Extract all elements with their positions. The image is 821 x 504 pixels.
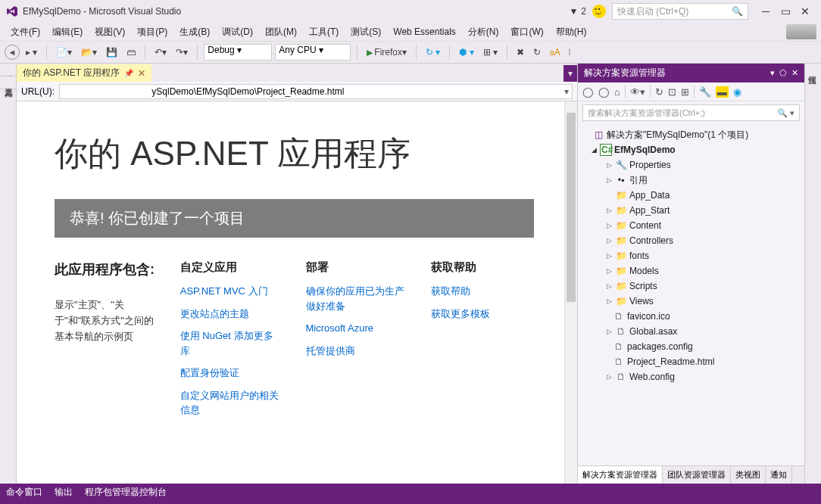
menu-bar: 文件(F) 编辑(E) 视图(V) 项目(P) 生成(B) 调试(D) 团队(M… [0,23,821,41]
tree-models[interactable]: ▷📁Models [579,263,803,278]
toolbox-tab[interactable]: 工具箱 [0,76,16,89]
tab-class-view[interactable]: 类视图 [731,466,766,484]
menu-analyze[interactable]: 分析(N) [462,26,505,39]
save-button[interactable]: 💾 [103,45,120,59]
col2-link[interactable]: 确保你的应用已为生产做好准备 [306,284,409,313]
col1-link[interactable]: 自定义网站用户的相关信息 [180,388,283,418]
show-all-button[interactable]: ⊞ [681,86,689,98]
tree-project[interactable]: ◢C#EfMySqlDemo [579,142,803,157]
menu-webessentials[interactable]: Web Essentials [387,26,461,37]
extensions-button[interactable]: ⊞ ▾ [480,45,501,59]
menu-test[interactable]: 测试(S) [345,26,387,39]
server-explorer-tab[interactable]: 服务器资源管理器 [0,64,16,76]
col2-link[interactable]: Microsoft Azure [306,321,409,336]
window-title: EfMySqlDemo - Microsoft Visual Studio [23,6,181,17]
nav-forward-button[interactable]: ▸ ▾ [23,45,40,59]
col3-link[interactable]: 获取帮助 [431,284,534,299]
properties-button[interactable]: 🔧 [699,86,711,98]
cancel-build-button[interactable]: ✖ [514,45,527,59]
tree-packages[interactable]: 🗋packages.config [579,339,803,354]
view-button[interactable]: ◉ [733,86,741,98]
sync-button[interactable]: 👁▾ [630,86,645,98]
tab-close-button[interactable]: ✕ [138,68,145,79]
col1-link[interactable]: ASP.NET MVC 入门 [180,284,283,299]
col2-link[interactable]: 托管提供商 [306,344,409,359]
redo-button[interactable]: ↷▾ [173,45,191,59]
tree-controllers[interactable]: ▷📁Controllers [579,233,803,248]
browser-link-refresh-button[interactable]: ↻ ▾ [423,45,443,59]
tab-team-explorer[interactable]: 团队资源管理器 [663,466,731,484]
tree-appdata[interactable]: 📁App_Data [579,188,803,203]
notification-flag-icon[interactable]: ▼ [569,6,578,17]
panel-dropdown-button[interactable]: ▾ [770,68,775,78]
tree-properties[interactable]: ▷🔧Properties [579,157,803,173]
col1-link[interactable]: 更改站点的主题 [180,306,283,322]
tree-favicon[interactable]: 🗋favicon.ico [579,309,803,324]
panel-pin-button[interactable]: ⬠ [779,68,787,78]
start-debug-button[interactable]: ▶Firefox ▾ [364,45,410,59]
menu-edit[interactable]: 编辑(E) [46,26,89,39]
user-avatar[interactable] [786,24,816,39]
menu-window[interactable]: 窗口(W) [504,26,549,39]
document-tab-readme[interactable]: 你的 ASP.NET 应用程序 📌 ✕ [17,64,151,82]
menu-debug[interactable]: 调试(D) [216,26,259,39]
congrats-banner: 恭喜! 你已创建了一个项目 [55,199,534,238]
tab-package-manager[interactable]: 程序包管理器控制台 [85,486,167,499]
url-input[interactable]: C:\xxxxxxxxxxxxxxxxxySqlDemo\EfMySqlDemo… [59,84,573,99]
tree-webconfig[interactable]: ▷🗋Web.config [579,369,803,384]
undo-button[interactable]: ↶▾ [151,45,170,59]
refresh-tree-button[interactable]: ↻ [655,86,663,98]
tree-content[interactable]: ▷📁Content [579,218,803,233]
col3-link[interactable]: 获取更多模板 [431,306,534,322]
browser-link-dashboard-button[interactable]: ⬢ ▾ [456,45,476,59]
new-project-button[interactable]: 📄▾ [53,45,75,59]
tree-appstart[interactable]: ▷📁App_Start [579,203,803,218]
solution-search-input[interactable]: 搜索解决方案资源管理器(Ctrl+;) 🔍 ▾ [582,104,800,121]
platform-dropdown[interactable]: Any CPU ▾ [275,44,351,61]
minimize-button[interactable]: ─ [756,5,776,17]
menu-team[interactable]: 团队(M) [259,26,303,39]
notification-count[interactable]: 2 [581,6,586,17]
close-button[interactable]: ✕ [795,5,815,17]
col1-link[interactable]: 使用 NuGet 添加更多库 [180,328,283,358]
properties-tab[interactable]: 属性 [805,64,819,76]
feedback-smiley-icon[interactable] [592,5,606,18]
col1-link[interactable]: 配置身份验证 [180,366,283,381]
search-icon: 🔍 ▾ [777,108,794,118]
text-size-button[interactable]: aA [547,45,563,59]
menu-project[interactable]: 项目(P) [131,26,173,39]
tab-command-window[interactable]: 命令窗口 [6,486,42,499]
open-file-button[interactable]: 📂▾ [78,45,100,59]
tree-references[interactable]: ▷•▪引用 [579,173,803,188]
tree-fonts[interactable]: ▷📁fonts [579,248,803,263]
menu-tools[interactable]: 工具(T) [303,26,345,39]
quick-launch-input[interactable]: 快速启动 (Ctrl+Q) 🔍 [612,3,748,20]
refresh-button[interactable]: ↻ [530,45,544,59]
forward-button[interactable]: ◯ [598,86,610,98]
tree-solution[interactable]: ◫解决方案"EfMySqlDemo"(1 个项目) [579,127,803,142]
config-dropdown[interactable]: Debug ▾ [204,44,272,61]
document-tab-dropdown[interactable]: ▾ [563,65,577,82]
tab-notifications[interactable]: 通知 [766,466,792,484]
menu-help[interactable]: 帮助(H) [550,26,593,39]
panel-close-button[interactable]: ✕ [791,68,798,78]
menu-view[interactable]: 视图(V) [89,26,131,39]
pin-icon[interactable]: 📌 [124,69,133,77]
tab-solution-explorer[interactable]: 解决方案资源管理器 [578,466,663,484]
menu-file[interactable]: 文件(F) [5,26,46,39]
tab-output[interactable]: 输出 [55,486,73,499]
tree-readme[interactable]: 🗋Project_Readme.html [579,354,803,369]
maximize-button[interactable]: ▭ [776,5,795,17]
collapse-all-button[interactable]: ⊡ [668,86,676,98]
save-all-button[interactable]: 🗃 [123,45,139,59]
tree-views[interactable]: ▷📁Views [579,294,803,309]
tree-global[interactable]: ▷🗋Global.asax [579,324,803,339]
vertical-scrollbar[interactable] [564,101,577,484]
home-button[interactable]: ⌂ [614,86,620,98]
back-button[interactable]: ◯ [582,86,594,98]
menu-build[interactable]: 生成(B) [173,26,216,39]
preview-button[interactable]: ▬ [716,86,729,98]
tree-scripts[interactable]: ▷📁Scripts [579,278,803,294]
col0-title: 此应用程序包含: [55,260,158,279]
nav-back-button[interactable]: ◄ [5,45,20,60]
